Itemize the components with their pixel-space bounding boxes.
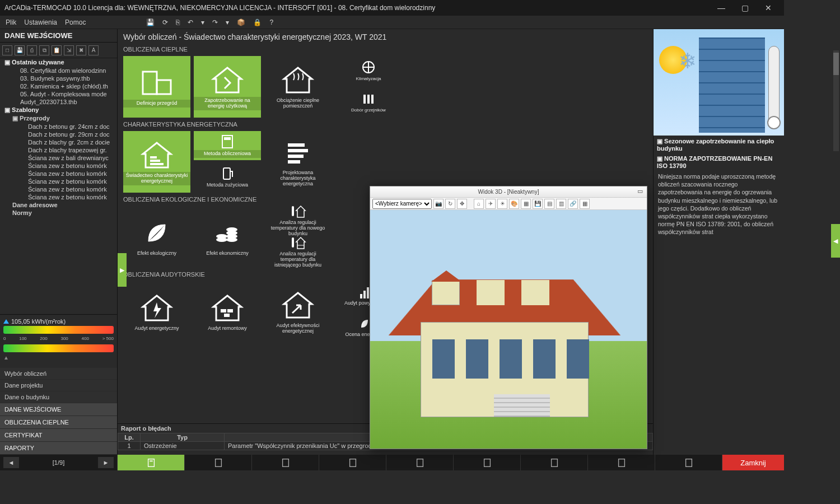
tree-norms[interactable]: Normy xyxy=(0,209,117,217)
viewer-plane-icon[interactable]: ✈ xyxy=(486,199,496,209)
trash-icon[interactable]: ✖ xyxy=(76,45,86,55)
undo-icon[interactable]: ↶ xyxy=(188,18,193,26)
help-icon[interactable]: ? xyxy=(269,18,273,26)
viewer-palette-icon[interactable]: 🎨 xyxy=(509,199,519,209)
tree-group-recent[interactable]: ▣ Ostatnio używane xyxy=(0,58,117,67)
tile-analiza-nowy[interactable]: Analiza regulacji temperatury dla nowego… xyxy=(264,206,332,235)
save-icon[interactable]: 💾 xyxy=(146,18,155,26)
save-all-icon[interactable]: ⎙ xyxy=(27,45,37,55)
viewer-home-icon[interactable]: ⌂ xyxy=(474,199,484,209)
tile-audyt-efektywnosci[interactable]: Audyt efektywności energetycznej xyxy=(264,281,332,343)
font-icon[interactable]: A xyxy=(88,45,99,55)
snowflake-icon: ❄ xyxy=(679,49,697,73)
tree-partition-item[interactable]: Ściana zew z betonu komórk xyxy=(0,170,117,178)
copy-icon[interactable]: ⎘ xyxy=(176,18,180,26)
nav-cat-obliczenia[interactable]: OBLICZENIA CIEPLNE xyxy=(0,416,117,428)
tile-dobor-grzejnikow[interactable]: Dobór grzejników xyxy=(335,87,402,116)
viewer-rotate-icon[interactable]: ↻ xyxy=(445,199,455,209)
tile-efekt-ekologiczny[interactable]: Efekt ekologiczny xyxy=(123,206,190,268)
nav-item-projektu[interactable]: Dane projektu xyxy=(0,380,117,391)
menu-file[interactable]: Plik xyxy=(6,18,16,26)
menu-settings[interactable]: Ustawienia xyxy=(24,18,57,26)
tile-definicje-przegrod[interactable]: Definicje przegród xyxy=(123,56,190,118)
tree-recent-item[interactable]: 02. Kamienica + sklep (chłód).th xyxy=(0,82,117,90)
viewer-canvas[interactable] xyxy=(370,210,647,449)
viewer-save-icon[interactable]: 💾 xyxy=(533,199,543,209)
tree-recent-item[interactable]: 08. Certyfikat dom wielorodzinn xyxy=(0,67,117,74)
viewer-layers2-icon[interactable]: ▥ xyxy=(556,199,566,209)
new-file-icon[interactable]: □ xyxy=(2,45,12,55)
lock-icon[interactable]: 🔒 xyxy=(253,18,262,26)
viewer-layers-icon[interactable]: ▤ xyxy=(544,199,554,209)
undo-dropdown-icon[interactable]: ▾ xyxy=(201,18,204,26)
tree-partition-item[interactable]: Ściana zew z betonu komórk xyxy=(0,185,117,193)
nav-cat-certyfikat[interactable]: CERTYFIKAT xyxy=(0,429,117,441)
maximize-button[interactable]: ▢ xyxy=(734,0,756,16)
tile-swiadectwo[interactable]: Świadectwo charakterystyki energetycznej xyxy=(123,131,190,193)
bottom-tab-5[interactable] xyxy=(386,455,454,470)
tile-analiza-istniejacy[interactable]: Analiza regulacji temperatury dla istnie… xyxy=(264,237,332,267)
pager-prev[interactable]: ◄ xyxy=(3,457,19,468)
tree-recent-item[interactable]: 05. Audyt - Kompleksowa mode xyxy=(0,90,117,98)
tree-address-data[interactable]: Dane adresowe xyxy=(0,201,117,209)
tile-audyt-remontowy[interactable]: Audyt remontowy xyxy=(194,281,261,343)
tree-recent-item[interactable]: 03. Budynek pasywny.thb xyxy=(0,74,117,82)
bottom-tab-1[interactable] xyxy=(118,455,185,470)
nav-item-wybor[interactable]: Wybór obliczeń xyxy=(0,368,117,379)
tree-group-partitions[interactable]: ▣ Przegrody xyxy=(0,114,117,123)
tree-partition-item[interactable]: Dach z betonu gr. 29cm z doc xyxy=(0,130,117,138)
bottom-tab-7[interactable] xyxy=(521,455,588,470)
tile-zapotrzebowanie[interactable]: Zapotrzebowanie na energię użytkową xyxy=(194,56,261,118)
redo-icon[interactable]: ↷ xyxy=(212,18,218,26)
tree-partition-item[interactable]: Dach z betonu gr. 24cm z doc xyxy=(0,123,117,130)
viewer-camera-icon[interactable]: 📷 xyxy=(433,199,444,209)
tree-partition-item[interactable]: Ściana zew z betonu komórk xyxy=(0,162,117,170)
viewer-close-icon[interactable]: ▭ xyxy=(636,188,645,195)
tile-audyt-energetyczny[interactable]: Audyt energetyczny xyxy=(123,281,190,343)
save-file-icon[interactable]: 💾 xyxy=(15,45,25,55)
tile-metoda-obliczeniowa[interactable]: Metoda obliczeniowa xyxy=(194,131,261,160)
viewer-sun-icon[interactable]: ☀ xyxy=(497,199,507,209)
tree-recent-item[interactable]: Audyt_20230713.thb xyxy=(0,98,117,106)
viewer-grid-icon[interactable]: ▦ xyxy=(580,199,590,209)
tile-metoda-zuzyciowa[interactable]: Metoda zużyciowa xyxy=(194,162,261,192)
tile-klimatyzacja[interactable]: Klimatyzacja xyxy=(335,56,402,85)
redo-dropdown-icon[interactable]: ▾ xyxy=(226,18,229,26)
bottom-tab-4[interactable] xyxy=(319,455,386,470)
tree-partition-item[interactable]: Dach z blachy gr. 2cm z docie xyxy=(0,138,117,146)
viewer-link-icon[interactable]: 🔗 xyxy=(568,199,578,209)
tile-obciazenie[interactable]: Obciążenie cieplne pomieszczeń xyxy=(264,56,332,118)
package-icon[interactable]: 📦 xyxy=(237,18,245,26)
tree-partition-item[interactable]: Dach z blachy trapezowej gr. xyxy=(0,146,117,154)
camera-select[interactable]: <Wybierz kamerę> xyxy=(372,199,432,209)
paste-icon[interactable]: 📋 xyxy=(52,45,62,55)
viewer-3d[interactable]: Widok 3D - [Nieaktywny]▭ <Wybierz kamerę… xyxy=(370,186,647,449)
bottom-tabs xyxy=(118,455,722,470)
close-window-button[interactable]: ✕ xyxy=(757,0,780,16)
copy-file-icon[interactable]: ⧉ xyxy=(39,45,49,55)
minimize-button[interactable]: — xyxy=(710,0,732,16)
nav-cat-raporty[interactable]: RAPORTY xyxy=(0,442,117,454)
tree-partition-item[interactable]: Ściana zew z bali drewnianyc xyxy=(0,154,117,162)
tree-group-templates[interactable]: ▣ Szablony xyxy=(0,106,117,114)
tile-efekt-ekonomiczny[interactable]: Efekt ekonomiczny xyxy=(194,206,261,268)
edge-arrow-left[interactable]: ▶ xyxy=(118,253,127,287)
pager-next[interactable]: ► xyxy=(98,457,114,468)
bottom-tab-9[interactable] xyxy=(655,455,722,470)
tree-partition-item[interactable]: Ściana zew z betonu komórk xyxy=(0,178,117,185)
viewer-building-icon[interactable]: ▦ xyxy=(521,199,531,209)
nav-item-budynku[interactable]: Dane o budynku xyxy=(0,391,117,403)
tree-partition-item[interactable]: Ściana zew z betonu komórk xyxy=(0,193,117,201)
bottom-tab-2[interactable] xyxy=(185,455,252,470)
bottom-tab-8[interactable] xyxy=(588,455,655,470)
bottom-tab-3[interactable] xyxy=(252,455,319,470)
viewer-title[interactable]: Widok 3D - [Nieaktywny]▭ xyxy=(370,186,647,198)
viewer-pan-icon[interactable]: ✥ xyxy=(457,199,467,209)
nav-cat-dane[interactable]: DANE WEJŚCIOWE xyxy=(0,403,117,416)
refresh-icon[interactable]: ⟳ xyxy=(162,18,168,26)
close-button[interactable]: Zamknij xyxy=(722,455,784,470)
tile-projektowana[interactable]: Projektowana charakterystyka energetyczn… xyxy=(264,131,332,193)
import-icon[interactable]: ⇲ xyxy=(64,45,74,55)
menu-help[interactable]: Pomoc xyxy=(65,18,86,26)
bottom-tab-6[interactable] xyxy=(454,455,521,470)
